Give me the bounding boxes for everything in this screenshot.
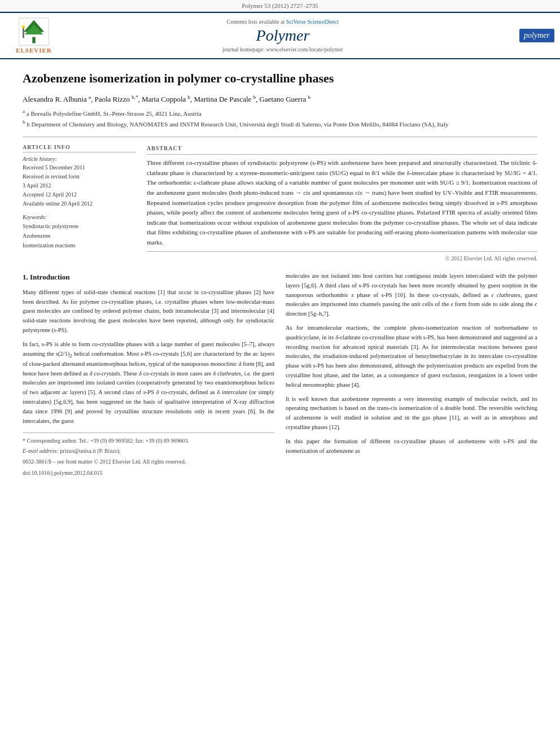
elsevier-tree-icon xyxy=(17,18,51,46)
received-revised-date: 3 April 2012 xyxy=(23,181,135,190)
svg-rect-4 xyxy=(23,28,24,38)
issn-line: 0032-3861/$ – see front matter © 2012 El… xyxy=(23,457,274,466)
polymer-logo: polymer xyxy=(519,29,554,42)
article-info-column: ARTICLE INFO Article history: Received 5… xyxy=(23,144,135,263)
sciverse-line: Contents lists available at SciVerse Sci… xyxy=(62,19,504,25)
keyword-2: Azobenzene xyxy=(23,231,135,241)
body-para-r2: As for intramolecular reactions, the com… xyxy=(286,324,537,390)
footnote-area: * Corresponding author. Tel.: +39 (0) 89… xyxy=(23,433,274,478)
body-para-r4: In this paper the formation of different… xyxy=(286,437,537,456)
article-info-abstract-section: ARTICLE INFO Article history: Received 5… xyxy=(23,137,537,263)
keyword-3: Isomerization reactions xyxy=(23,241,135,250)
authors-line: Alexandra R. Albunia a, Paola Rizzo b,*,… xyxy=(23,94,537,105)
article-content: Azobenzene isomerization in polymer co-c… xyxy=(0,59,560,489)
body-para-1: Many different types of solid-state chem… xyxy=(23,288,274,335)
article-title: Azobenzene isomerization in polymer co-c… xyxy=(23,71,537,87)
elsevier-logo: ELSEVIER xyxy=(6,18,62,54)
elsevier-label: ELSEVIER xyxy=(16,47,52,54)
journal-header: ELSEVIER Contents lists available at Sci… xyxy=(0,12,560,59)
article-page: Polymer 53 (2012) 2727–2735 xyxy=(0,0,560,747)
body-left-column: 1. Introduction Many different types of … xyxy=(23,272,274,478)
abstract-column: ABSTRACT Three different co-crystalline … xyxy=(147,144,537,263)
journal-name: Polymer xyxy=(62,26,504,45)
keyword-list: Syndiotactic polystyrene Azobenzene Isom… xyxy=(23,221,135,250)
article-history-group: Article history: Received 5 December 201… xyxy=(23,156,135,208)
affiliation-b: b b Department of Chemistry and Biology,… xyxy=(23,119,537,129)
svg-point-5 xyxy=(22,25,25,28)
keywords-label: Keywords: xyxy=(23,214,135,220)
body-columns: 1. Introduction Many different types of … xyxy=(23,272,537,478)
article-info-label: ARTICLE INFO xyxy=(23,144,135,152)
received-revised-label: Received in revised form xyxy=(23,172,135,181)
received-date: Received 5 December 2011 xyxy=(23,163,135,172)
body-para-r3: It is well known that azobenzene represe… xyxy=(286,395,537,433)
keywords-group: Keywords: Syndiotactic polystyrene Azobe… xyxy=(23,214,135,250)
body-para-2: In fact, s-PS is able to form co-crystal… xyxy=(23,340,274,426)
history-label: Article history: xyxy=(23,156,135,162)
sciverse-link[interactable]: SciVerse ScienceDirect xyxy=(286,19,339,25)
journal-homepage: journal homepage: www.elsevier.com/locat… xyxy=(62,46,504,53)
body-right-column: molecules are not isolated into host cav… xyxy=(286,272,537,478)
abstract-label: ABSTRACT xyxy=(147,144,537,155)
email-note: E-mail address: prizzo@unisa.it (P. Rizz… xyxy=(23,447,274,455)
affiliations: a a Borealis Polyolefine GmbH, St.-Peter… xyxy=(23,108,537,128)
svg-rect-1 xyxy=(32,37,35,43)
journal-ref-bar: Polymer 53 (2012) 2727–2735 xyxy=(0,0,560,12)
copyright-line: © 2012 Elsevier Ltd. All rights reserved… xyxy=(147,251,537,263)
accepted-date: Accepted 12 April 2012 xyxy=(23,190,135,199)
available-date: Available online 20 April 2012 xyxy=(23,199,135,208)
polymer-logo-box: polymer xyxy=(504,29,554,42)
keyword-1: Syndiotactic polystyrene xyxy=(23,221,135,231)
journal-ref-text: Polymer 53 (2012) 2727–2735 xyxy=(242,2,318,9)
body-para-r1: molecules are not isolated into host cav… xyxy=(286,272,537,319)
doi-line: doi:10.1016/j.polymer.2012.04.015 xyxy=(23,469,274,478)
abstract-text: Three different co-crystalline phases of… xyxy=(147,158,537,247)
affiliation-a: a a Borealis Polyolefine GmbH, St.-Peter… xyxy=(23,108,537,118)
section-1-heading: 1. Introduction xyxy=(23,272,274,283)
journal-center: Contents lists available at SciVerse Sci… xyxy=(62,19,504,53)
corresponding-author-note: * Corresponding author. Tel.: +39 (0) 89… xyxy=(23,436,274,445)
